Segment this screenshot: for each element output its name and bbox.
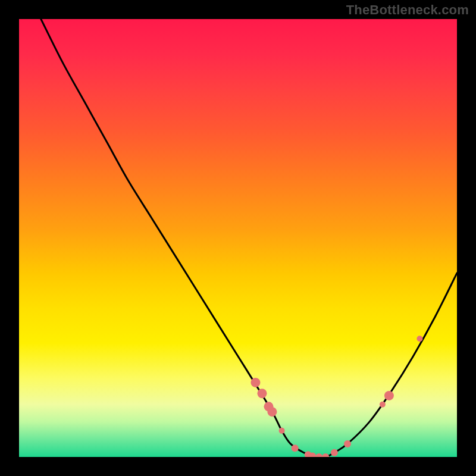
data-marker: [292, 444, 299, 452]
chart-frame: TheBottleneck.com: [0, 0, 476, 476]
data-marker: [322, 453, 329, 457]
data-marker: [380, 402, 386, 408]
data-markers: [250, 336, 422, 457]
data-marker: [257, 389, 267, 398]
plot-area: [19, 19, 457, 457]
data-marker: [384, 391, 394, 400]
curve-layer: [19, 19, 457, 457]
data-marker: [416, 336, 422, 342]
data-marker: [267, 407, 277, 416]
data-marker: [279, 428, 285, 434]
data-marker: [250, 378, 260, 387]
data-marker: [344, 440, 351, 447]
watermark-text: TheBottleneck.com: [346, 2, 469, 18]
data-marker: [315, 453, 322, 457]
data-marker: [331, 449, 338, 456]
bottleneck-curve: [19, 19, 457, 457]
